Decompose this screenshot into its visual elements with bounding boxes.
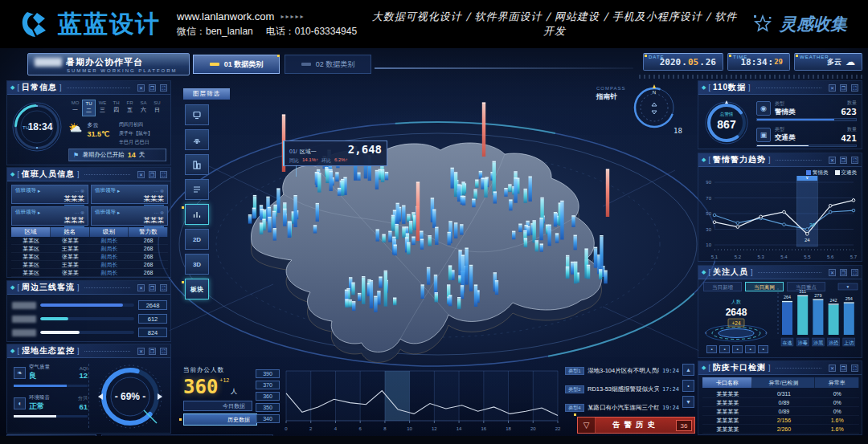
alert-history-button[interactable]: ▽ 告警历史 36 bbox=[577, 417, 695, 434]
focus-tab[interactable]: 当日新增 bbox=[703, 282, 742, 291]
focus-bar-chart: ▾264在逃311涉毒279涉黑242涉恐254上访 bbox=[776, 282, 861, 360]
week-calendar: MO一TU二WE三TH四FR五SA六SU日 bbox=[68, 100, 168, 116]
close-icon[interactable]: ✕ bbox=[137, 284, 145, 291]
svg-text:70: 70 bbox=[706, 196, 711, 201]
yaxis-tick: 390 bbox=[256, 369, 280, 378]
svg-text:10: 10 bbox=[706, 242, 711, 247]
alert-item[interactable]: 类型4某路口有小汽车连闯三个红灯19:24 bbox=[565, 401, 679, 415]
lanlan-logo-icon bbox=[21, 9, 51, 39]
scroll-down-icon[interactable]: ▼ bbox=[682, 396, 694, 408]
layer-button-chart[interactable] bbox=[185, 204, 209, 225]
calendar-day[interactable]: TU二 bbox=[82, 100, 96, 116]
today-data-button[interactable]: 今日数据 bbox=[183, 401, 252, 411]
layer-button-2D[interactable]: 2D bbox=[185, 229, 209, 250]
panel-title: 110数据 bbox=[713, 82, 746, 93]
close-icon[interactable]: ✕ bbox=[137, 348, 145, 355]
time-plate: TIME 18:34:29 bbox=[727, 53, 790, 71]
scroll-up-icon[interactable]: ▲ bbox=[682, 364, 694, 376]
trend-line-chart: 9070503010∨30245.15.25.35.45.55.65.7 bbox=[698, 176, 863, 266]
panel-police-trend: ◆[警情警力趋势] ✕❐⛶ 警情类交通类 9070503010∨30245.15… bbox=[698, 153, 862, 262]
calendar-day[interactable]: MO一 bbox=[68, 100, 82, 116]
layer-button-monitor[interactable] bbox=[185, 104, 209, 125]
tab-data-category-2[interactable]: 02 数据类别 bbox=[285, 55, 371, 74]
close-icon[interactable]: ✕ bbox=[829, 365, 836, 372]
svg-text:在逃: 在逃 bbox=[783, 340, 792, 345]
svg-text:30: 30 bbox=[809, 222, 815, 227]
svg-text:14: 14 bbox=[457, 426, 462, 431]
air-quality-metric: ❧ 空气质量 良 AQI 12 bbox=[14, 364, 88, 387]
svg-text:867: 867 bbox=[717, 118, 736, 131]
calendar-day[interactable]: SU日 bbox=[150, 100, 164, 116]
window-icon[interactable]: ❐ bbox=[840, 269, 847, 276]
layer-button-building[interactable] bbox=[185, 154, 209, 175]
window-icon[interactable]: ❐ bbox=[840, 157, 847, 164]
checkpoint-header-cell[interactable]: 异常/已检测 bbox=[752, 377, 815, 388]
window-icon[interactable]: ❐ bbox=[149, 348, 156, 355]
expand-icon[interactable]: ⛶ bbox=[160, 171, 167, 178]
expand-icon[interactable]: ⛶ bbox=[160, 284, 167, 291]
expand-icon[interactable]: ⛶ bbox=[851, 365, 858, 372]
mini-icon[interactable]: ▪ bbox=[745, 345, 755, 353]
phone-number: 电话：010-63334945 bbox=[266, 25, 357, 39]
wechat-id: 微信：ben_lanlan bbox=[177, 25, 253, 39]
expand-icon[interactable]: ⛶ bbox=[851, 269, 858, 276]
expand-icon[interactable]: ⛶ bbox=[160, 348, 167, 355]
history-data-button[interactable]: 历史数据 bbox=[183, 413, 257, 426]
compass: COMPASS 指南针 N bbox=[596, 83, 678, 132]
inspiration-collect: 灵感收集 bbox=[752, 13, 847, 35]
office-count-block: 当前办公人数 360 +12 人 今日数据 历史数据 bbox=[183, 366, 256, 426]
weather-plate: WEATHER 多云 ☁ bbox=[794, 53, 862, 71]
layer-button-板块[interactable]: 板块 bbox=[185, 279, 209, 299]
alert-item[interactable]: 类型2RD13-53烟感报警疑似火灾17:24 bbox=[565, 382, 679, 397]
air-value: 12 bbox=[79, 371, 88, 380]
tab-active-marker bbox=[210, 63, 219, 66]
star-icon bbox=[752, 14, 773, 35]
window-icon[interactable]: ❐ bbox=[149, 171, 156, 178]
mini-icon[interactable]: ▪ bbox=[706, 345, 717, 353]
checkpoint-header-cell[interactable]: 异常率 bbox=[815, 377, 859, 388]
svg-text:4: 4 bbox=[334, 426, 338, 431]
notice-days: 14 bbox=[128, 151, 136, 159]
layer-filter: 图层筛选 2D3D板块 bbox=[183, 88, 211, 303]
close-icon[interactable]: ✕ bbox=[829, 84, 836, 92]
contact-block: www.lanlanwork.com ▸▸▸▸▸ 微信：ben_lanlan 电… bbox=[177, 10, 357, 39]
mini-icon[interactable]: ▪ bbox=[719, 345, 730, 353]
svg-text:24: 24 bbox=[805, 238, 810, 242]
panel-passenger-flow: ◆[周边三线客流] ✕❐⛶ 2648612824 bbox=[6, 280, 171, 342]
alert-item[interactable]: 类型1湿地3-104片区有不明人员闯入19:24 bbox=[565, 364, 679, 378]
mini-icon[interactable]: ▪ bbox=[758, 345, 768, 353]
panel-title: 日常信息 bbox=[22, 82, 57, 93]
close-icon[interactable]: ✕ bbox=[829, 269, 836, 276]
tab-data-category-1[interactable]: 01 数据类别 bbox=[193, 55, 280, 74]
checkpoint-header-cell[interactable]: 卡口名称 bbox=[702, 377, 752, 388]
yaxis-tick: 360 bbox=[256, 392, 280, 401]
close-icon[interactable]: ✕ bbox=[137, 84, 145, 92]
panel-daily-info: ◆[日常信息] ✕❐⛶ TU18:34 MO一TU二WE三TH四FR五SA六SU… bbox=[6, 80, 171, 165]
svg-text:6: 6 bbox=[359, 426, 362, 431]
svg-text:254: 254 bbox=[845, 296, 853, 301]
calendar-day[interactable]: WE三 bbox=[96, 100, 109, 116]
expand-icon[interactable]: ⛶ bbox=[851, 84, 858, 92]
close-icon[interactable]: ✕ bbox=[829, 157, 836, 164]
window-icon[interactable]: ❐ bbox=[149, 84, 156, 92]
tab-inactive-marker bbox=[301, 63, 311, 66]
expand-icon[interactable]: ⛶ bbox=[160, 84, 167, 92]
mini-icon[interactable]: ▪ bbox=[732, 345, 743, 353]
window-icon[interactable]: ❐ bbox=[840, 84, 847, 92]
window-icon[interactable]: ❐ bbox=[840, 365, 847, 372]
focus-gauge-2648: 人数2648+24‹› bbox=[702, 293, 771, 348]
layer-filter-title: 图层筛选 bbox=[183, 88, 230, 100]
temperature: 31.5℃ bbox=[87, 130, 109, 138]
expand-icon[interactable]: ⛶ bbox=[851, 157, 858, 164]
close-icon[interactable]: ✕ bbox=[137, 171, 145, 178]
scroll-dot-icon[interactable]: • bbox=[682, 380, 694, 392]
layer-button-list[interactable] bbox=[185, 179, 209, 200]
calendar-day[interactable]: TH四 bbox=[109, 100, 123, 116]
calendar-day[interactable]: SA六 bbox=[137, 100, 150, 116]
window-icon[interactable]: ❐ bbox=[149, 284, 156, 291]
corner-dot bbox=[645, 55, 647, 57]
layer-button-signal[interactable] bbox=[185, 129, 209, 150]
layer-button-3D[interactable]: 3D bbox=[185, 254, 209, 275]
calendar-day[interactable]: FR五 bbox=[123, 100, 137, 116]
panel-wetland-eco: ◆[湿地生态监控] ✕❐⛶ ❧ 空气质量 良 AQI 12 ◖ 环境噪音 正常 … bbox=[6, 344, 171, 434]
